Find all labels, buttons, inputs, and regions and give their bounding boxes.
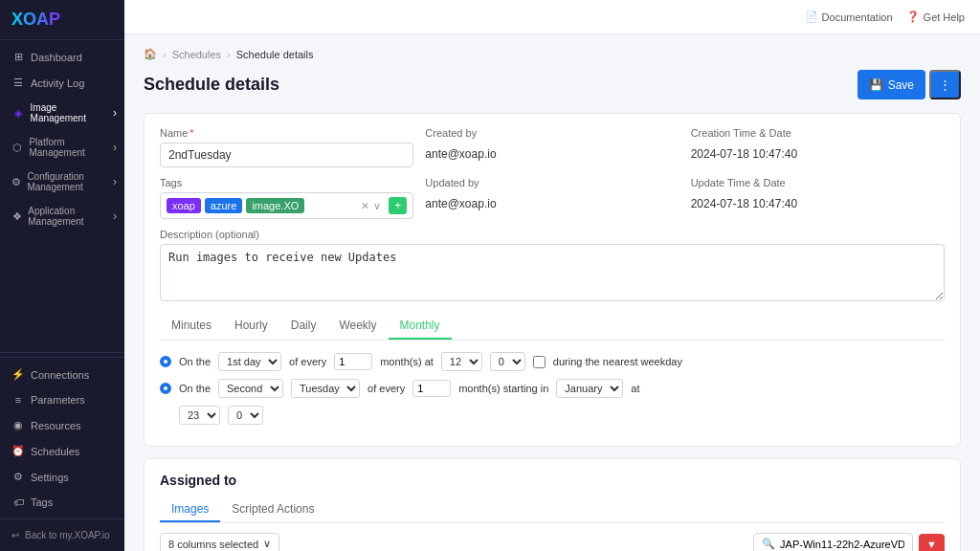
sidebar-item-label: Configuration Management	[27, 171, 113, 192]
assigned-section: Assigned to Images Scripted Actions 8 co…	[144, 458, 961, 551]
schedules-icon: ⏰	[11, 445, 25, 457]
subtab-images[interactable]: Images	[160, 497, 220, 522]
table-controls: 8 columns selected ∨ 🔍 ▼	[160, 533, 945, 551]
sub-tabs: Images Scripted Actions	[160, 497, 945, 523]
sidebar-item-label: Connections	[31, 369, 89, 381]
configuration-management-icon: ⚙	[11, 176, 21, 188]
search-input[interactable]	[780, 539, 904, 550]
name-label: Name*	[160, 127, 413, 139]
tag-imagexo[interactable]: image.XO	[246, 198, 304, 213]
tab-monthly[interactable]: Monthly	[389, 313, 452, 340]
documentation-link[interactable]: 📄 Documentation	[805, 11, 893, 23]
update-time-value: 2024-07-18 10:47:40	[691, 192, 945, 215]
description-textarea[interactable]: Run images to receive new Updates	[160, 244, 945, 301]
months-count-1[interactable]	[334, 353, 372, 370]
help-icon: ❓	[906, 11, 920, 23]
schedule-tabs: Minutes Hourly Daily Weekly Monthly	[160, 313, 945, 341]
sidebar-item-label: Resources	[31, 420, 81, 431]
topbar-right: 📄 Documentation ❓ Get Help	[805, 11, 965, 23]
name-input[interactable]	[160, 143, 413, 167]
sidebar-nav: ⊞ Dashboard ☰ Activity Log ◈ Image Manag…	[0, 40, 124, 348]
sidebar-item-label: Tags	[31, 496, 53, 508]
updated-by-group: Updated by ante@xoap.io	[425, 177, 679, 219]
tags-icon: 🏷	[11, 496, 25, 508]
page-header: Schedule details 💾 Save ⋮	[144, 70, 961, 99]
sidebar-item-image-management[interactable]: ◈ Image Management	[0, 96, 124, 130]
radio-option1[interactable]	[160, 356, 171, 367]
subtab-scripted-actions[interactable]: Scripted Actions	[220, 497, 325, 522]
weekday-select[interactable]: Tuesday	[291, 379, 360, 398]
minute-select-1[interactable]: 0	[490, 352, 525, 371]
minute-select-2[interactable]: 0	[228, 406, 263, 425]
more-options-button[interactable]: ⋮	[929, 70, 961, 99]
tag-xoap[interactable]: xoap	[167, 198, 201, 213]
dashboard-icon: ⊞	[11, 51, 25, 63]
search-box: 🔍	[753, 533, 913, 551]
assigned-title: Assigned to	[160, 473, 945, 488]
sidebar-item-platform-management[interactable]: ⬡ Platform Management	[0, 130, 124, 165]
sidebar-item-label: Platform Management	[29, 137, 113, 158]
search-icon: 🔍	[762, 538, 775, 550]
radio-option2[interactable]	[160, 383, 171, 394]
sidebar-item-label: Settings	[31, 472, 69, 483]
breadcrumb: 🏠 › Schedules › Schedule details	[144, 48, 961, 60]
tag-azure[interactable]: azure	[205, 198, 243, 213]
doc-icon: 📄	[805, 11, 818, 23]
columns-label: 8 columns selected	[168, 539, 258, 550]
sidebar-item-back[interactable]: ↩ Back to my.XOAP.io	[0, 523, 124, 547]
filter-button[interactable]: ▼	[919, 534, 945, 552]
tags-clear-icon[interactable]: ✕	[361, 200, 369, 212]
hour-select-2[interactable]: 23	[179, 406, 220, 425]
created-by-label: Created by	[425, 127, 679, 139]
tags-label: Tags	[160, 177, 413, 188]
add-tag-button[interactable]: +	[389, 197, 407, 214]
connections-icon: ⚡	[11, 368, 25, 381]
tags-input[interactable]: xoap azure image.XO ✕ ∨ +	[160, 192, 413, 219]
chevron-down-icon: ∨	[263, 538, 271, 550]
current-breadcrumb: Schedule details	[236, 49, 314, 60]
main-content: 📄 Documentation ❓ Get Help 🏠 › Schedules…	[124, 0, 980, 551]
sidebar-item-activity-log[interactable]: ☰ Activity Log	[0, 70, 124, 96]
home-icon[interactable]: 🏠	[144, 48, 157, 60]
sidebar-item-settings[interactable]: ⚙ Settings	[0, 464, 124, 490]
back-label: Back to my.XOAP.io	[25, 530, 110, 540]
start-month-select[interactable]: January	[556, 379, 623, 398]
activity-log-icon: ☰	[11, 77, 25, 89]
tab-weekly[interactable]: Weekly	[327, 313, 388, 340]
schedule-option-2-time: 23 0	[160, 406, 945, 425]
tab-hourly[interactable]: Hourly	[223, 313, 279, 340]
nearest-weekday-checkbox[interactable]	[533, 356, 546, 368]
updated-by-value: ante@xoap.io	[425, 192, 679, 215]
sidebar-bottom: ⚡ Connections ≡ Parameters ◉ Resources ⏰…	[0, 357, 124, 551]
sidebar-item-resources[interactable]: ◉ Resources	[0, 412, 124, 438]
sidebar-item-configuration-management[interactable]: ⚙ Configuration Management	[0, 165, 124, 199]
updated-by-label: Updated by	[425, 177, 679, 188]
sidebar-item-connections[interactable]: ⚡ Connections	[0, 362, 124, 387]
save-button[interactable]: 💾 Save	[858, 70, 925, 99]
help-link[interactable]: ❓ Get Help	[906, 11, 965, 23]
name-group: Name*	[160, 127, 413, 167]
columns-selector[interactable]: 8 columns selected ∨	[160, 533, 279, 551]
topbar: 📄 Documentation ❓ Get Help	[124, 0, 980, 34]
sidebar-item-parameters[interactable]: ≡ Parameters	[0, 387, 124, 412]
sidebar-item-dashboard[interactable]: ⊞ Dashboard	[0, 44, 124, 70]
application-management-icon: ❖	[11, 210, 22, 223]
description-group: Description (optional) Run images to rec…	[160, 229, 945, 301]
sidebar-item-tags[interactable]: 🏷 Tags	[0, 490, 124, 515]
months-count-2[interactable]	[412, 380, 451, 397]
description-label: Description (optional)	[160, 229, 945, 240]
tab-daily[interactable]: Daily	[279, 313, 328, 340]
tab-minutes[interactable]: Minutes	[160, 313, 223, 340]
created-by-value: ante@xoap.io	[425, 143, 679, 165]
platform-management-icon: ⬡	[11, 142, 23, 154]
tags-chevron-icon[interactable]: ∨	[373, 200, 381, 212]
hour-select-1[interactable]: 12	[441, 352, 482, 371]
schedules-breadcrumb[interactable]: Schedules	[172, 49, 221, 60]
ordinal-select[interactable]: Second	[218, 379, 283, 398]
day-select[interactable]: 1st day	[218, 352, 281, 371]
table-search-area: 🔍 ▼	[753, 533, 945, 551]
sidebar-item-schedules[interactable]: ⏰ Schedules	[0, 438, 124, 464]
settings-icon: ⚙	[11, 471, 25, 483]
form-section: Name* Created by ante@xoap.io Creation T…	[144, 113, 961, 447]
sidebar-item-application-management[interactable]: ❖ Application Management	[0, 199, 124, 233]
